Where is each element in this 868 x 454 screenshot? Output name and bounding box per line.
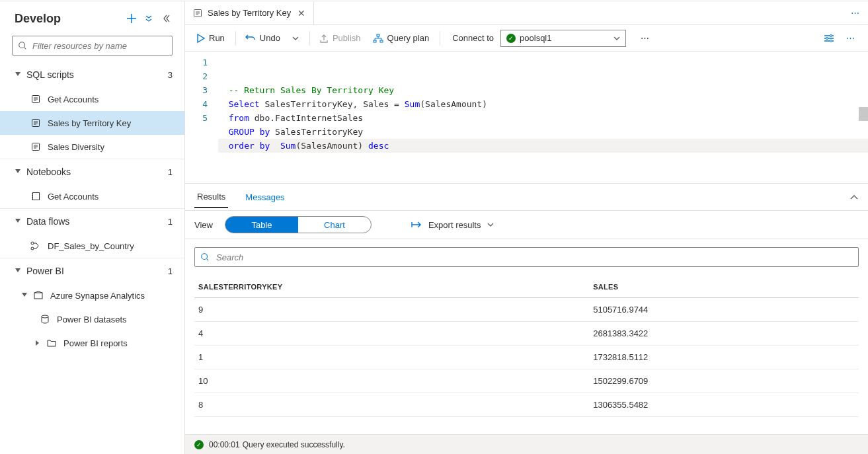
section-label: SQL scripts	[26, 69, 168, 80]
status-time: 00:00:01	[209, 440, 240, 449]
more-icon[interactable]: ⋯	[841, 29, 860, 48]
editor-code[interactable]: -- Return Sales By Territory Key Select …	[213, 52, 868, 183]
add-icon[interactable]	[124, 11, 139, 26]
caret-down-icon	[15, 72, 21, 77]
undo-dropdown[interactable]	[287, 29, 304, 48]
pool-name: poolsql1	[520, 33, 613, 43]
svg-point-15	[830, 40, 832, 42]
export-icon	[411, 221, 423, 229]
connect-to-label: Connect to	[452, 33, 494, 43]
script-icon	[30, 141, 41, 152]
table-row[interactable]: 95105716.9744	[194, 298, 859, 322]
sidebar-title: Develop	[15, 12, 124, 26]
section-notebooks[interactable]: Notebooks 1	[0, 159, 184, 184]
table-cell: 1502299.6709	[589, 369, 859, 393]
close-tab-icon[interactable]: ✕	[297, 9, 305, 18]
sql-script-item[interactable]: Sales by Territory Key	[0, 111, 184, 135]
connect-dropdown[interactable]: ✓ poolsql1	[500, 30, 626, 47]
export-results-button[interactable]: Export results	[411, 220, 494, 230]
table-row[interactable]: 11732818.5112	[194, 346, 859, 369]
section-count: 1	[168, 266, 173, 276]
dataflow-item[interactable]: DF_Sales_by_Country	[0, 234, 184, 258]
sql-editor[interactable]: 12345 -- Return Sales By Territory Key S…	[185, 52, 868, 184]
tree-item-label: DF_Sales_by_Country	[48, 241, 134, 251]
svg-rect-10	[377, 34, 379, 36]
table-cell: 1	[194, 346, 589, 369]
table-row[interactable]: 101502299.6709	[194, 369, 859, 393]
filter-input[interactable]	[12, 36, 173, 56]
messages-tab[interactable]: Messages	[243, 187, 287, 208]
tree-item-label: Sales Diversity	[48, 142, 104, 152]
settings-icon[interactable]	[818, 29, 840, 48]
script-icon	[30, 118, 41, 128]
dataflow-icon	[30, 241, 41, 251]
view-table-option[interactable]: Table	[225, 217, 298, 233]
notebook-icon	[30, 191, 41, 202]
caret-down-icon	[15, 219, 21, 224]
table-cell: 1732818.5112	[589, 346, 859, 369]
table-cell: 4	[194, 322, 589, 346]
notebook-item[interactable]: Get Accounts	[0, 184, 184, 208]
svg-rect-11	[374, 40, 376, 42]
script-icon	[193, 9, 202, 18]
status-bar: ✓ 00:00:01 Query executed successfully.	[185, 434, 868, 454]
view-label: View	[194, 220, 213, 230]
results-search-field[interactable]	[215, 252, 853, 263]
tab-label: Sales by Territory Key	[208, 8, 291, 18]
svg-rect-7	[34, 293, 42, 299]
table-cell: 2681383.3422	[589, 322, 859, 346]
view-chart-option[interactable]: Chart	[298, 217, 371, 233]
tree-item-label: Get Accounts	[48, 95, 99, 104]
svg-point-8	[42, 315, 48, 318]
queryplan-button[interactable]: Query plan	[368, 29, 435, 48]
tree-item-label: Azure Synapse Analytics	[50, 291, 145, 301]
table-cell: 5105716.9744	[589, 298, 859, 322]
publish-button[interactable]: Publish	[314, 29, 366, 48]
more-icon[interactable]: ⋯	[842, 1, 868, 24]
powerbi-reports[interactable]: Power BI reports	[0, 331, 184, 355]
section-count: 1	[168, 217, 173, 227]
search-icon	[200, 252, 210, 262]
editor-tab[interactable]: Sales by Territory Key ✕	[185, 1, 314, 24]
powerbi-workspace[interactable]: Azure Synapse Analytics	[0, 284, 184, 307]
svg-point-14	[826, 37, 828, 39]
table-cell: 8	[194, 393, 589, 417]
tree-item-label: Power BI datasets	[57, 315, 127, 324]
results-search-input[interactable]	[194, 247, 859, 267]
results-tab[interactable]: Results	[194, 186, 228, 208]
svg-point-5	[31, 242, 34, 245]
section-powerbi[interactable]: Power BI 1	[0, 258, 184, 284]
section-count: 3	[168, 70, 173, 80]
status-ok-icon: ✓	[506, 34, 516, 43]
section-label: Data flows	[26, 216, 168, 227]
sql-script-item[interactable]: Sales Diversity	[0, 135, 184, 159]
more-actions-icon[interactable]: ⋯	[635, 29, 654, 48]
table-row[interactable]: 81306355.5482	[194, 393, 859, 417]
svg-point-13	[830, 34, 832, 36]
scrollbar-thumb[interactable]	[859, 107, 868, 121]
undo-button[interactable]: Undo	[240, 29, 286, 48]
sql-script-item[interactable]: Get Accounts	[0, 87, 184, 111]
export-label: Export results	[428, 220, 481, 230]
caret-right-icon	[34, 340, 41, 346]
column-header[interactable]: SALES	[589, 276, 859, 298]
section-dataflows[interactable]: Data flows 1	[0, 209, 184, 234]
table-cell: 1306355.5482	[589, 393, 859, 417]
table-row[interactable]: 42681383.3422	[194, 322, 859, 346]
table-cell: 10	[194, 369, 589, 393]
collapse-sidebar-icon[interactable]	[158, 11, 174, 26]
filter-input-field[interactable]	[31, 40, 167, 52]
folder-icon	[46, 338, 57, 348]
column-header[interactable]: SALESTERRITORYKEY	[194, 276, 589, 298]
publish-label: Publish	[333, 33, 361, 43]
powerbi-datasets[interactable]: Power BI datasets	[0, 307, 184, 331]
run-button[interactable]: Run	[192, 29, 230, 48]
section-sql-scripts[interactable]: SQL scripts 3	[0, 62, 184, 87]
collapse-results-icon[interactable]	[849, 194, 859, 200]
svg-rect-4	[33, 193, 40, 200]
svg-point-0	[19, 42, 25, 48]
caret-down-icon	[15, 169, 21, 174]
expand-all-icon[interactable]	[141, 11, 157, 26]
section-label: Notebooks	[26, 167, 168, 177]
svg-rect-12	[380, 40, 383, 42]
